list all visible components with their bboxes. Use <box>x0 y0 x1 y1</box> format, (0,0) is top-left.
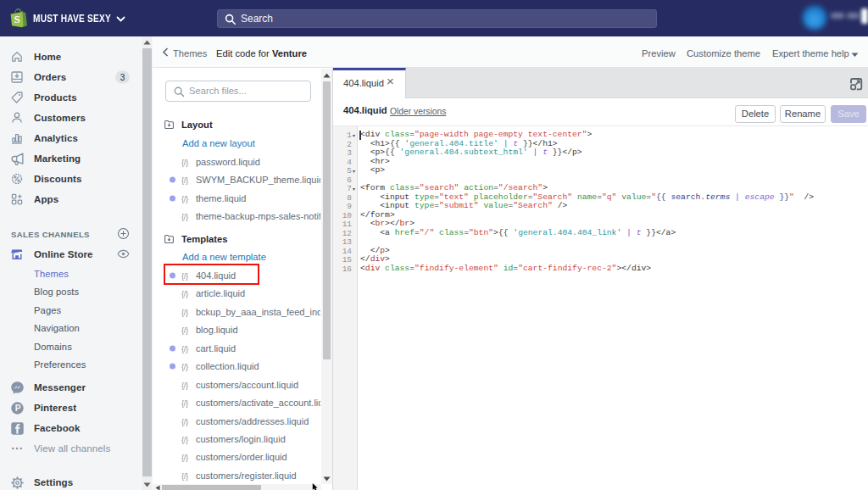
svg-text:S: S <box>14 13 20 25</box>
svg-text:P: P <box>15 404 21 413</box>
